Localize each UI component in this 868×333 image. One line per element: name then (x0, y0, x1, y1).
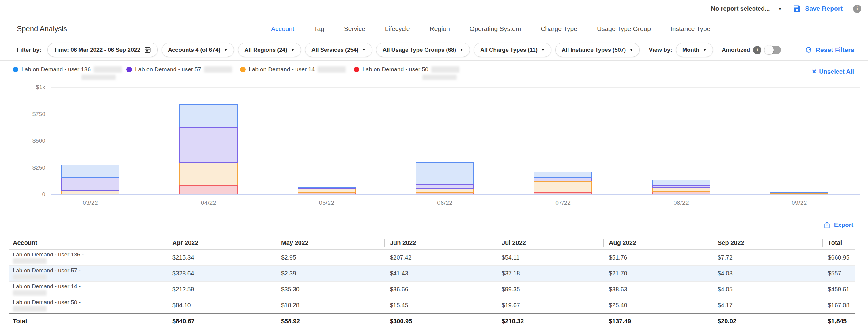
filter-pill-all[interactable]: All Regions (24)▼ (238, 43, 301, 57)
topbar: No report selected... ▼ Save Report i (711, 4, 861, 13)
value-cell: $2.39 (276, 266, 384, 281)
legend-item[interactable]: Lab on Demand - user 57 (126, 66, 240, 73)
value-cell: $36.66 (384, 281, 496, 297)
bar-segment[interactable] (770, 192, 829, 193)
legend-item-body: Lab on Demand - user 50 (362, 66, 459, 80)
bar-segment[interactable] (415, 189, 474, 193)
x-axis-tick: 03/22 (66, 200, 115, 206)
tab-charge-type[interactable]: Charge Type (540, 25, 577, 32)
legend-item[interactable]: Lab on Demand - user 14 (240, 66, 354, 73)
account-cell: Lab on Demand - user 50 - (9, 298, 93, 313)
cell-spacer (93, 298, 167, 313)
bar-segment[interactable] (415, 184, 474, 189)
bar-segment[interactable] (534, 192, 592, 194)
value-cell: $7.72 (712, 250, 823, 265)
total-value-cell: $20.02 (712, 314, 823, 328)
bar-segment[interactable] (534, 181, 592, 192)
caret-down-icon: ▼ (460, 48, 463, 52)
export-icon (823, 221, 831, 229)
column-header: Apr 2022 (167, 236, 276, 249)
value-cell: $4.17 (712, 298, 823, 313)
export-button[interactable]: Export (823, 221, 853, 229)
filter-pill-label: All Services (254) (311, 46, 358, 53)
bar-segment[interactable] (652, 192, 710, 194)
bar-segment[interactable] (534, 172, 592, 177)
info-icon[interactable]: i (853, 5, 861, 13)
bar-segment[interactable] (298, 187, 356, 188)
info-icon[interactable]: i (753, 46, 762, 54)
total-value-cell: $137.49 (603, 314, 712, 328)
bar-segment[interactable] (180, 127, 238, 163)
x-axis-tick: 04/22 (184, 200, 233, 206)
redacted-text (94, 66, 122, 72)
caret-down-icon: ▼ (703, 48, 707, 52)
tab-instance-type[interactable]: Instance Type (671, 25, 710, 32)
tab-bar: AccountTagServiceLifecycleRegionOperatin… (271, 25, 710, 32)
bar-segment[interactable] (61, 165, 119, 178)
value-cell: $35.30 (276, 281, 384, 297)
bar-segment[interactable] (652, 188, 710, 192)
tab-operating-system[interactable]: Operating System (469, 25, 521, 32)
toggle-knob (765, 45, 774, 55)
value-cell: $328.64 (167, 266, 276, 281)
legend-item[interactable]: Lab on Demand - user 50 (354, 66, 459, 80)
value-cell: $99.35 (496, 281, 603, 297)
tab-service[interactable]: Service (344, 25, 365, 32)
table-header-row: AccountApr 2022May 2022Jun 2022Jul 2022A… (9, 236, 855, 250)
cell-spacer (93, 266, 167, 281)
caret-down-icon: ▼ (541, 48, 545, 52)
filter-pill-all[interactable]: All Services (254)▼ (305, 43, 372, 57)
x-axis-tick: 07/22 (538, 200, 587, 206)
bar-segment[interactable] (534, 177, 592, 181)
total-value-cell: $210.32 (496, 314, 603, 328)
bar-segment[interactable] (61, 191, 119, 194)
redacted-text (13, 274, 46, 280)
bar-segment[interactable] (180, 163, 238, 185)
filter-pill-all[interactable]: All Usage Type Groups (68)▼ (376, 43, 470, 57)
bar-segment[interactable] (61, 178, 119, 191)
save-report-button[interactable]: Save Report (793, 4, 843, 13)
tab-account[interactable]: Account (271, 25, 294, 32)
value-cell: $212.59 (167, 281, 276, 297)
tab-region[interactable]: Region (429, 25, 450, 32)
amortized-toggle[interactable] (765, 45, 781, 54)
value-cell: $19.67 (496, 298, 603, 313)
caret-down-icon: ▼ (629, 48, 633, 52)
column-header: Total (823, 236, 855, 249)
unselect-all-button[interactable]: ✕ Unselect All (811, 68, 854, 75)
legend-label: Lab on Demand - user 136 (22, 66, 91, 72)
filter-pill-all[interactable]: All Charge Types (11)▼ (474, 43, 551, 57)
view-by-dropdown[interactable]: Month ▼ (676, 43, 713, 57)
filter-pill-all[interactable]: All Instance Types (507)▼ (555, 43, 640, 57)
legend-item[interactable]: Lab on Demand - user 136 (13, 66, 126, 80)
bar-segment[interactable] (180, 104, 238, 127)
value-cell: $18.28 (276, 298, 384, 313)
value-cell: $2.95 (276, 250, 384, 265)
total-value-cell: $58.92 (276, 314, 384, 328)
bar-segment[interactable] (652, 185, 710, 188)
bar-segment[interactable] (298, 193, 356, 194)
filter-pill-time[interactable]: Time: 06 Mar 2022 - 06 Sep 2022 (48, 43, 157, 57)
value-cell: $54.11 (496, 250, 603, 265)
x-axis-tick: 08/22 (657, 200, 706, 206)
account-cell: Lab on Demand - user 136 - (9, 250, 93, 265)
tab-lifecycle[interactable]: Lifecycle (385, 25, 410, 32)
legend-item-body: Lab on Demand - user 136 (22, 66, 122, 80)
bar-segment[interactable] (652, 180, 710, 185)
redacted-text (13, 258, 46, 264)
value-cell: $41.43 (384, 266, 496, 281)
bar-segment[interactable] (415, 162, 474, 185)
cell-spacer (93, 250, 167, 265)
reset-filters-button[interactable]: Reset Filters (805, 46, 854, 54)
bar-segment[interactable] (298, 189, 356, 192)
report-selector[interactable]: No report selected... ▼ (711, 5, 782, 12)
tab-tag[interactable]: Tag (314, 25, 324, 32)
y-axis-tick: $500 (11, 136, 45, 145)
tab-usage-type-group[interactable]: Usage Type Group (597, 25, 651, 32)
legend-label: Lab on Demand - user 14 (249, 66, 315, 72)
legend-label: Lab on Demand - user 57 (135, 66, 201, 72)
bar-segment[interactable] (180, 186, 238, 194)
bar-segment[interactable] (415, 193, 474, 194)
filter-pill-accounts[interactable]: Accounts 4 (of 674)▼ (162, 43, 234, 57)
account-name: Lab on Demand - user 57 - (13, 267, 81, 274)
